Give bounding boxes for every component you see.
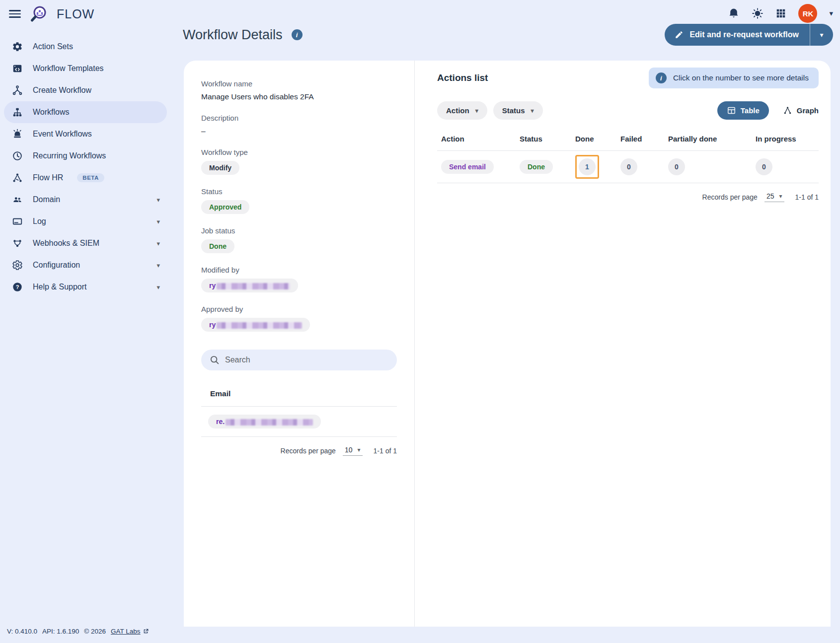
chevron-down-icon: ▾ bbox=[156, 218, 160, 225]
log-card-icon bbox=[11, 215, 24, 227]
col-header-partially-done: Partially done bbox=[664, 131, 752, 151]
page-title: Workflow Details bbox=[183, 27, 283, 43]
page-range-label: 1-1 of 1 bbox=[795, 193, 819, 201]
actions-table: Action Status Done Failed Partially done… bbox=[437, 131, 819, 183]
sidebar-item-action-sets[interactable]: Action Sets bbox=[4, 36, 167, 58]
gear-icon bbox=[11, 259, 24, 271]
banner-text: Click on the number to see more details bbox=[673, 73, 809, 82]
sidebar-item-label: Log bbox=[33, 217, 46, 226]
email-value[interactable]: re. bbox=[208, 415, 321, 429]
sidebar-item-flow-hr[interactable]: Flow HR BETA bbox=[4, 167, 167, 189]
gear-refresh-icon bbox=[11, 41, 24, 53]
page-info-icon[interactable]: i bbox=[292, 29, 303, 40]
graph-view-button[interactable]: Graph bbox=[783, 106, 819, 115]
beta-badge: BETA bbox=[77, 173, 104, 182]
description-value: – bbox=[201, 127, 397, 136]
chevron-down-icon: ▾ bbox=[531, 107, 534, 114]
pencil-icon bbox=[675, 30, 684, 39]
edit-button-chevron-down-icon[interactable]: ▾ bbox=[810, 24, 833, 46]
version-label: V: 0.410.0 bbox=[7, 628, 37, 635]
copyright-label: © 2026 bbox=[84, 628, 106, 635]
sidebar-item-event-workflows[interactable]: Event Workflows bbox=[4, 123, 167, 145]
edit-rerequest-button[interactable]: Edit and re-request workflow ▾ bbox=[665, 24, 833, 46]
modified-by-value: ry bbox=[201, 279, 298, 292]
chevron-down-icon: ▾ bbox=[779, 193, 782, 200]
sidebar-item-label: Event Workflows bbox=[33, 130, 92, 139]
search-input[interactable] bbox=[201, 350, 397, 370]
gat-labs-link[interactable]: GAT Labs bbox=[111, 628, 149, 635]
sidebar-item-label: Create Workflow bbox=[33, 86, 91, 95]
flow-logo-icon bbox=[29, 4, 49, 24]
partially-done-count-badge[interactable]: 0 bbox=[668, 158, 685, 175]
sidebar-item-recurring-workflows[interactable]: Recurring Workflows bbox=[4, 145, 167, 167]
col-header-action: Action bbox=[437, 131, 516, 151]
status-badge: Approved bbox=[201, 200, 249, 214]
approved-by-label: Approved by bbox=[201, 305, 397, 313]
chevron-down-icon: ▾ bbox=[475, 107, 478, 114]
info-banner: i Click on the number to see more detail… bbox=[649, 68, 819, 88]
app-footer: V: 0.410.0 API: 1.6.190 © 2026 GAT Labs bbox=[0, 628, 169, 643]
per-page-select[interactable]: 10 ▾ bbox=[343, 446, 363, 456]
sidebar-nav: Action Sets Workflow Templates Create Wo… bbox=[0, 36, 169, 628]
people-icon bbox=[11, 194, 24, 206]
sidebar-item-help-support[interactable]: ? Help & Support ▾ bbox=[4, 276, 167, 298]
records-per-page-label: Records per page bbox=[281, 447, 336, 455]
col-header-done: Done bbox=[571, 131, 616, 151]
sidebar-item-label: Workflows bbox=[33, 108, 70, 117]
sitemap-icon bbox=[11, 106, 24, 118]
chevron-down-icon: ▾ bbox=[156, 284, 160, 291]
redacted-text bbox=[226, 419, 313, 426]
actions-panel: Actions list i Click on the number to se… bbox=[415, 61, 831, 627]
workflow-name-label: Workflow name bbox=[201, 79, 397, 88]
page-range-label: 1-1 of 1 bbox=[374, 447, 397, 455]
chevron-down-icon: ▾ bbox=[156, 196, 160, 204]
modified-by-label: Modified by bbox=[201, 266, 397, 274]
email-column-header: Email bbox=[201, 389, 397, 407]
api-version-label: API: 1.6.190 bbox=[42, 628, 79, 635]
sidebar-item-domain[interactable]: Domain ▾ bbox=[4, 189, 167, 211]
menu-icon[interactable] bbox=[9, 10, 21, 18]
branch-icon bbox=[11, 84, 24, 96]
sidebar-item-workflow-templates[interactable]: Workflow Templates bbox=[4, 58, 167, 79]
workflow-name-value: Manage Users who disables 2FA bbox=[201, 92, 397, 101]
sidebar-item-label: Configuration bbox=[33, 261, 80, 270]
webhook-icon bbox=[11, 237, 24, 249]
per-page-select[interactable]: 25 ▾ bbox=[764, 192, 784, 202]
sidebar-item-label: Help & Support bbox=[33, 283, 87, 291]
status-filter-dropdown[interactable]: Status ▾ bbox=[493, 101, 543, 120]
workflow-type-badge: Modify bbox=[201, 161, 239, 175]
sidebar-item-label: Flow HR bbox=[33, 173, 63, 182]
sidebar-item-webhooks-siem[interactable]: Webhooks & SIEM ▾ bbox=[4, 232, 167, 254]
sidebar-item-workflows[interactable]: Workflows bbox=[4, 101, 167, 123]
failed-count-badge[interactable]: 0 bbox=[620, 158, 637, 175]
records-per-page-label: Records per page bbox=[702, 193, 758, 201]
table-row: Send email Done 1 0 0 0 bbox=[437, 151, 819, 183]
col-header-failed: Failed bbox=[616, 131, 664, 151]
done-count-badge[interactable]: 1 bbox=[579, 158, 596, 175]
svg-text:?: ? bbox=[16, 284, 19, 290]
table-view-button[interactable]: Table bbox=[717, 101, 769, 120]
sidebar-item-create-workflow[interactable]: Create Workflow bbox=[4, 79, 167, 101]
in-progress-count-badge[interactable]: 0 bbox=[756, 158, 772, 175]
banner-info-icon: i bbox=[656, 72, 667, 83]
sidebar-item-log[interactable]: Log ▾ bbox=[4, 211, 167, 232]
status-label: Status bbox=[201, 187, 397, 196]
job-status-badge: Done bbox=[201, 239, 234, 253]
details-panel: Workflow name Manage Users who disables … bbox=[184, 61, 415, 627]
chevron-down-icon: ▾ bbox=[156, 240, 160, 247]
sidebar-item-label: Webhooks & SIEM bbox=[33, 239, 99, 248]
col-header-in-progress: In progress bbox=[752, 131, 819, 151]
sidebar-item-configuration[interactable]: Configuration ▾ bbox=[4, 254, 167, 276]
template-window-icon bbox=[11, 63, 24, 74]
action-filter-dropdown[interactable]: Action ▾ bbox=[437, 101, 487, 120]
actions-pagination: Records per page 25 ▾ 1-1 of 1 bbox=[437, 192, 819, 202]
main-content: Workflow Details i Edit and re-request w… bbox=[169, 0, 840, 643]
chevron-down-icon: ▾ bbox=[156, 262, 160, 269]
sidebar-item-label: Domain bbox=[33, 195, 60, 204]
help-icon: ? bbox=[11, 281, 24, 293]
job-status-label: Job status bbox=[201, 226, 397, 235]
edit-button-label: Edit and re-request workflow bbox=[689, 30, 799, 39]
redacted-text bbox=[217, 283, 290, 289]
graph-icon bbox=[783, 106, 792, 115]
status-cell: Done bbox=[520, 160, 553, 174]
